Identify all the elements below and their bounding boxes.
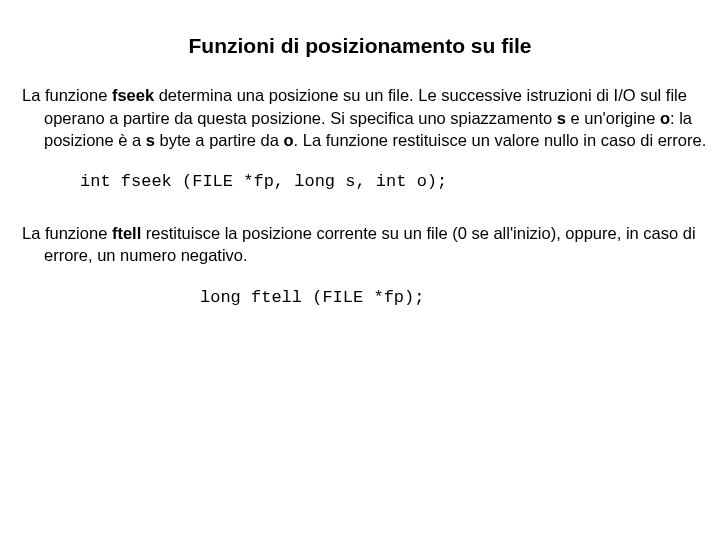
slide: Funzioni di posizionamento su file La fu… (0, 0, 720, 540)
bold-fseek: fseek (112, 86, 154, 104)
text: . La funzione restituisce un valore null… (294, 131, 707, 149)
text: restituisce la posizione corrente su un … (44, 224, 696, 264)
bold-ftell: ftell (112, 224, 141, 242)
bold-s2: s (146, 131, 155, 149)
text: La funzione (22, 224, 112, 242)
paragraph-fseek: La funzione fseek determina una posizion… (22, 84, 720, 151)
bold-o: o (660, 109, 670, 127)
code-fseek-signature: int fseek (FILE *fp, long s, int o); (0, 171, 720, 194)
paragraph-ftell: La funzione ftell restituisce la posizio… (22, 222, 720, 267)
code-ftell-signature: long ftell (FILE *fp); (0, 287, 720, 310)
slide-title: Funzioni di posizionamento su file (0, 0, 720, 84)
bold-o2: o (283, 131, 293, 149)
text: La funzione (22, 86, 112, 104)
bold-s: s (557, 109, 566, 127)
text: byte a partire da (155, 131, 283, 149)
text: e un'origine (566, 109, 660, 127)
